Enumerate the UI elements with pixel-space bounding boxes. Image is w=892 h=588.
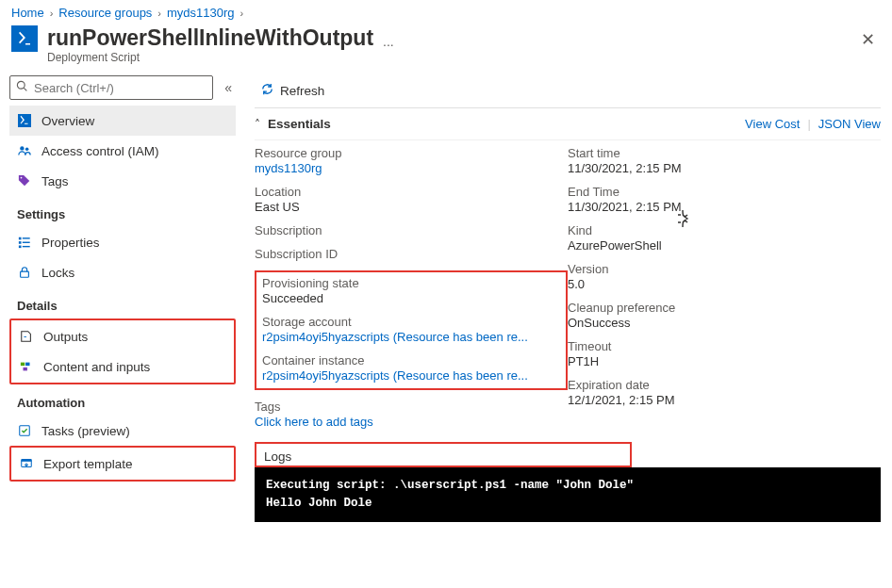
- page-subtitle: Deployment Script: [47, 51, 373, 64]
- logs-terminal: Executing script: .\userscript.ps1 -name…: [255, 467, 881, 522]
- logs-box: Logs: [255, 442, 632, 467]
- label-expiration: Expiration date: [568, 378, 881, 392]
- sidebar-group-automation: Automation: [9, 384, 236, 416]
- chevron-right-icon: ›: [157, 8, 161, 19]
- collapse-sidebar-icon[interactable]: «: [221, 76, 236, 99]
- svg-rect-7: [23, 237, 30, 238]
- close-icon[interactable]: ✕: [855, 25, 881, 54]
- view-cost-link[interactable]: View Cost: [745, 117, 800, 131]
- chevron-right-icon: ›: [50, 8, 54, 19]
- chevron-up-icon: ˄: [255, 118, 260, 131]
- inputs-icon: [19, 359, 34, 374]
- label-subscription-id: Subscription ID: [255, 247, 568, 261]
- sidebar-group-details: Details: [9, 287, 236, 318]
- label-end-time: End Time: [568, 185, 881, 199]
- label-container-instance: Container instance: [262, 353, 560, 368]
- value-cleanup: OnSuccess: [568, 316, 881, 330]
- label-tags: Tags: [255, 400, 568, 414]
- script-icon: [11, 25, 38, 52]
- script-small-icon: [17, 113, 32, 128]
- label-storage-account: Storage account: [262, 315, 560, 329]
- svg-rect-13: [24, 336, 26, 337]
- label-timeout: Timeout: [568, 339, 881, 353]
- breadcrumb-item-rg[interactable]: myds1130rg: [167, 6, 235, 20]
- sidebar-group-settings: Settings: [9, 196, 236, 227]
- sidebar-item-label: Export template: [43, 457, 133, 471]
- svg-rect-6: [19, 237, 22, 240]
- sidebar-item-label: Access control (IAM): [41, 144, 159, 158]
- sidebar-item-access-control[interactable]: Access control (IAM): [9, 136, 236, 166]
- refresh-icon: [260, 82, 274, 99]
- refresh-label: Refresh: [280, 84, 324, 98]
- logs-title: Logs: [256, 444, 630, 466]
- svg-line-1: [24, 88, 26, 90]
- value-timeout: PT1H: [568, 354, 881, 368]
- breadcrumb-item-resource-groups[interactable]: Resource groups: [58, 6, 152, 20]
- outputs-icon: [19, 329, 34, 344]
- sidebar-item-label: Tasks (preview): [41, 424, 130, 438]
- page-header: runPowerShellInlineWithOutput Deployment…: [0, 22, 892, 72]
- breadcrumb: Home › Resource groups › myds1130rg ›: [0, 0, 892, 22]
- tag-icon: [17, 173, 32, 188]
- svg-rect-9: [23, 242, 30, 243]
- export-template-icon: [19, 456, 34, 471]
- value-location: East US: [255, 200, 568, 214]
- value-version: 5.0: [568, 277, 881, 291]
- value-storage-account[interactable]: r2psim4oyi5hyazscripts (Resource has bee…: [262, 330, 545, 344]
- properties-icon: [17, 235, 32, 250]
- svg-point-4: [25, 148, 29, 152]
- sidebar-item-label: Overview: [41, 114, 94, 128]
- sidebar-item-tags[interactable]: Tags: [9, 166, 236, 196]
- essentials-label: Essentials: [268, 117, 331, 131]
- add-tags-link[interactable]: Click here to add tags: [255, 415, 568, 429]
- value-kind: AzurePowerShell: [568, 238, 881, 253]
- refresh-button[interactable]: Refresh: [255, 78, 330, 103]
- sidebar: « Overview Access control (IAM) Tags Set…: [0, 72, 243, 584]
- label-provisioning-state: Provisioning state: [262, 276, 560, 290]
- value-provisioning-state: Succeeded: [262, 291, 560, 305]
- json-view-link[interactable]: JSON View: [818, 117, 881, 131]
- svg-rect-11: [23, 246, 30, 247]
- page-title: runPowerShellInlineWithOutput: [47, 25, 373, 51]
- sidebar-item-label: Tags: [41, 174, 69, 188]
- sidebar-item-outputs[interactable]: Outputs: [11, 321, 234, 351]
- svg-rect-10: [19, 246, 22, 249]
- sidebar-item-overview[interactable]: Overview: [9, 106, 236, 136]
- sidebar-item-properties[interactable]: Properties: [9, 227, 236, 257]
- label-cleanup: Cleanup preference: [568, 301, 881, 315]
- essentials-header[interactable]: ˄ Essentials View Cost | JSON View: [255, 108, 881, 140]
- breadcrumb-item-home[interactable]: Home: [11, 6, 44, 20]
- people-icon: [17, 143, 32, 158]
- label-version: Version: [568, 262, 881, 276]
- label-start-time: Start time: [568, 146, 881, 160]
- lock-icon: [17, 265, 32, 280]
- value-start-time: 11/30/2021, 2:15 PM: [568, 161, 881, 175]
- chevron-right-icon: ›: [240, 8, 244, 19]
- svg-rect-19: [22, 460, 32, 462]
- value-end-time: 11/30/2021, 2:15 PM: [568, 200, 881, 214]
- sidebar-item-tasks[interactable]: Tasks (preview): [9, 416, 236, 446]
- tasks-icon: [17, 423, 32, 438]
- search-icon: [16, 80, 28, 95]
- sidebar-item-label: Properties: [41, 236, 100, 250]
- provisioning-box: Provisioning state Succeeded Storage acc…: [255, 270, 568, 390]
- main-content: Refresh ˄ Essentials View Cost | JSON Vi…: [243, 72, 892, 584]
- svg-rect-16: [24, 368, 27, 371]
- divider: |: [807, 117, 810, 131]
- title-block: runPowerShellInlineWithOutput Deployment…: [47, 25, 373, 64]
- sidebar-item-label: Content and inputs: [43, 360, 150, 374]
- value-resource-group[interactable]: myds1130rg: [255, 161, 568, 175]
- value-container-instance[interactable]: r2psim4oyi5hyazscripts (Resource has bee…: [262, 368, 545, 383]
- label-kind: Kind: [568, 223, 881, 237]
- label-resource-group: Resource group: [255, 146, 568, 160]
- sidebar-item-content-and-inputs[interactable]: Content and inputs: [11, 351, 234, 382]
- label-location: Location: [255, 185, 568, 199]
- sidebar-item-locks[interactable]: Locks: [9, 257, 236, 287]
- search-input[interactable]: [34, 81, 206, 95]
- label-subscription: Subscription: [255, 223, 568, 237]
- search-box[interactable]: [9, 75, 213, 100]
- more-menu-icon[interactable]: ···: [383, 37, 394, 52]
- svg-point-0: [17, 81, 25, 89]
- toolbar: Refresh: [255, 74, 881, 107]
- sidebar-item-export-template[interactable]: Export template: [11, 449, 234, 479]
